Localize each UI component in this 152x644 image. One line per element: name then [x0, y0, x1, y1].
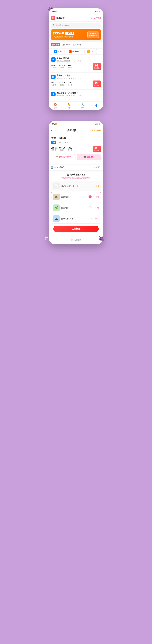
article-card-2[interactable]: 知 车祸后，我穿越了 更新截止：2022-11-18 16:51 (3集) 15…	[49, 73, 103, 89]
food-material-thumb: 🍲	[53, 194, 60, 200]
detail-stat-favorites: 99513 收藏数	[59, 147, 65, 151]
upload-button[interactable]: 上传	[95, 185, 99, 187]
video-icon: 🎬	[67, 174, 69, 176]
nav-home[interactable]: 🏠 首页	[54, 103, 57, 109]
article-header-row-1: 知 丢妈子 寻郎君 更新截止：2022-11-14 16:12 (3集)	[51, 57, 101, 62]
nav-create[interactable]: ✏️ 创作	[68, 103, 71, 109]
banner-subtitle: 小说推文变现从此变得简单	[53, 36, 74, 38]
stat-likes-2: 15471 点赞数	[51, 82, 57, 86]
explosion-badge-2: 98 爆量指数	[92, 80, 101, 87]
tab-uc[interactable]: UC UC	[84, 49, 97, 54]
nav-home-label: 首页	[54, 107, 57, 109]
banner-left: 推文视频 一键生成 小说推文变现从此变得简单	[53, 31, 74, 38]
copy-link-button[interactable]: 📋 复制原文链接	[51, 154, 76, 160]
stat-comments-1: 5965 评论数	[68, 64, 72, 68]
stat-favorites-2: 23269 收藏数	[59, 82, 65, 86]
tab-fansqie-label: 番茄畅听	[72, 50, 80, 53]
detail-genre-tag-2: 古言	[64, 141, 69, 144]
platform-tabs: 知 知乎 🍅 番茄畅听 UC UC	[49, 49, 103, 54]
search-placeholder: 请输入搜索内容	[56, 24, 69, 27]
article-header-row-2: 知 车祸后，我穿越了 更新截止：2022-11-18 16:51 (3集)	[51, 74, 101, 80]
article-count-2: (3集)	[78, 77, 81, 80]
top-nav-1: 🐱 推文助手 ⭐ 我的收藏	[49, 14, 103, 22]
tab-fansqie[interactable]: 🍅 番茄畅听	[66, 49, 83, 54]
article-card-3[interactable]: 知 搬进新小区前男友住楼下 更新截止：2022-11-18 16:47 (3集)	[49, 90, 103, 101]
article-header-1: 知 丢妈子 寻郎君 更新截止：2022-11-14 16:12 (3集)	[51, 57, 101, 62]
zhihu-platform-icon-1: 知	[51, 57, 56, 62]
generate-video-button[interactable]: 生成视频	[53, 226, 99, 232]
status-bar-2: 移动 📶 9:58 🔋	[49, 121, 103, 127]
nav-profile[interactable]: 👤	[95, 104, 98, 108]
article-info-3: 搬进新小区前男友住楼下 更新截止：2022-11-18 16:47 (3集)	[57, 92, 101, 97]
profile-icon: 👤	[95, 104, 98, 108]
tutorial-button[interactable]: ▶ 演示教程	[92, 129, 101, 132]
article-count: 622	[69, 44, 72, 46]
article-header-2: 知 车祸后，我穿越了 更新截止：2022-11-18 16:51 (3集)	[51, 74, 101, 80]
relax-car-material-thumb: 🚗	[53, 215, 60, 222]
detail-stat-comments: 5965 评论数	[68, 147, 72, 151]
detail-tags: 知乎 甜文 古言	[51, 141, 101, 144]
custom-material-thumb: 📄	[53, 183, 60, 189]
detail-stats: 70542 点赞数 99513 收藏数 5965 评论数 98 爆量指数	[51, 146, 101, 152]
article-date-1: 更新截止：2022-11-14 16:12	[57, 60, 76, 62]
search-input[interactable]: 🔍 请输入搜索内容	[51, 23, 101, 28]
doc-icon: 📄	[71, 239, 73, 241]
battery-1: 🔋	[98, 10, 100, 12]
uc-icon: UC	[87, 50, 90, 53]
detail-article-title: 丢妈子 寻郎君	[51, 136, 101, 140]
material-item-relax[interactable]: 🌿 解压素材 试看	[51, 203, 101, 213]
material-item-food[interactable]: 🍲 美食素材 ✓ 试看	[51, 192, 101, 202]
carrier-2: 移动	[52, 123, 55, 125]
app-logo: 🐱 推文助手	[51, 16, 65, 20]
carrier-1: 移动	[52, 10, 55, 12]
signal-icons-2: 📶	[55, 123, 57, 125]
article-info-1: 丢妈子 寻郎君 更新截止：2022-11-14 16:12 (3集)	[57, 57, 101, 62]
status-bar-1: 移动 📶 9:56 🔋	[49, 8, 103, 14]
article-card-1[interactable]: 知 丢妈子 寻郎君 更新截止：2022-11-14 16:12 (3集) 705…	[49, 55, 103, 72]
headphone-icon: 🎧	[84, 156, 86, 158]
template-title: 🎬 选择背景素材模板	[51, 174, 101, 176]
signal-icons-1: 📶	[55, 10, 57, 12]
zhihu-platform-icon-2: 知	[51, 75, 56, 79]
play-icon: ▶	[92, 130, 93, 132]
bottom-nav-1: 🏠 首页 ✏️ 创作 🔧 服务 👤	[49, 102, 103, 110]
food-preview-button[interactable]: 试看	[95, 196, 99, 198]
article-date-2: 更新截止：2022-11-18 16:51	[57, 77, 76, 80]
article-count-3: (3集)	[78, 94, 81, 97]
listen-button[interactable]: 🎧 试听30s	[77, 154, 101, 160]
banner-badge: 一键生成	[65, 32, 74, 35]
create-icon: ✏️	[68, 103, 71, 106]
material-item-custom[interactable]: 📄 自定义素材（支持多选） 上传	[51, 181, 101, 191]
relax-material-thumb: 🌿	[53, 204, 60, 211]
relax-car-preview-button[interactable]: 试看	[95, 218, 99, 220]
explosion-badge-1: 98 爆量指数	[92, 63, 101, 70]
article-title-2: 车祸后，我穿越了	[57, 74, 101, 77]
search-bar: 🔍 请输入搜索内容	[49, 22, 103, 29]
service-icon: 🔧	[81, 103, 84, 106]
article-header-3: 知 搬进新小区前男友住楼下 更新截止：2022-11-18 16:47 (3集)	[51, 92, 101, 97]
bottom-doc-nav[interactable]: 📄 收藏文章	[49, 236, 103, 244]
template-section: 🎬 选择背景素材模板 模板素材AI自动滤音去重，原创度100% 📄 自定义素材（…	[49, 172, 103, 236]
custom-options-row[interactable]: 🔄 自定义选项 已配置 ›	[49, 164, 103, 170]
relax-preview-button[interactable]: 试看	[95, 206, 99, 209]
detail-platform-tag: 知乎	[51, 141, 56, 144]
nav-service-label: 服务	[81, 107, 84, 109]
arrow-right-icon: ›	[100, 166, 101, 168]
relax-car-material-name: 解压素材-洗车	[61, 218, 87, 220]
material-item-relax-car[interactable]: 🚗 解压素材-洗车 试看	[51, 214, 101, 224]
section-header: 推文素材 今日上新 622 篇文章素材	[49, 42, 103, 48]
article-info-2: 车祸后，我穿越了 更新截止：2022-11-18 16:51 (3集)	[57, 74, 101, 80]
section-badge: 推文素材	[51, 43, 60, 46]
detail-top-nav: ‹ 内容详情 ▶ 演示教程	[49, 127, 103, 134]
detail-content: 丢妈子 寻郎君 知乎 甜文 古言 70542 点赞数 99513 收藏数	[49, 134, 103, 164]
copy-icon: 📋	[56, 156, 58, 158]
nav-service[interactable]: 🔧 服务	[81, 103, 84, 109]
time-1: 9:56	[95, 10, 98, 12]
tab-uc-label: UC	[91, 50, 94, 53]
tab-zhihu-label: 知乎	[58, 50, 62, 53]
back-button[interactable]: ‹	[51, 129, 52, 132]
favorite-button[interactable]: ⭐ 我的收藏	[91, 17, 101, 19]
tab-zhihu[interactable]: 知 知乎	[51, 49, 65, 54]
banner-cta-button[interactable]: 新人教程 点击进入▶	[87, 31, 99, 38]
relax-uncheck-icon	[88, 206, 92, 209]
